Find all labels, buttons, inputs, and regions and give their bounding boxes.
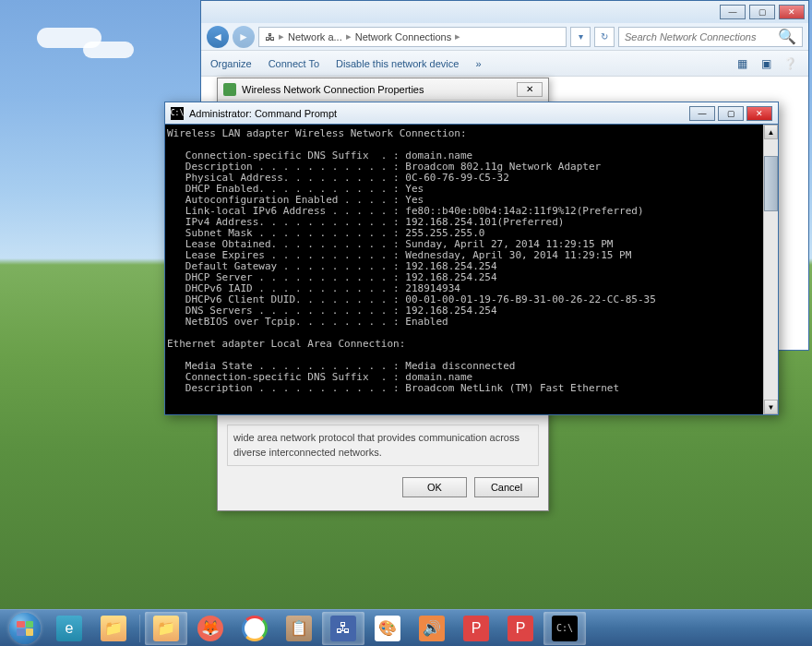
- toolbar-more[interactable]: »: [475, 58, 481, 69]
- scroll-thumb[interactable]: [764, 156, 778, 211]
- minimize-button[interactable]: —: [720, 5, 746, 19]
- taskbar-network[interactable]: 🖧: [322, 612, 364, 645]
- command-prompt-window: C:\ Administrator: Command Prompt — ▢ ✕ …: [164, 102, 779, 415]
- cmd-titlebar[interactable]: C:\ Administrator: Command Prompt — ▢ ✕: [165, 102, 778, 125]
- help-icon[interactable]: ❔: [781, 54, 799, 73]
- taskbar-ppt2[interactable]: P: [499, 612, 542, 645]
- address-bar: ◄ ► 🖧 ▸ Network a... ▸ Network Connectio…: [201, 23, 808, 51]
- maximize-button[interactable]: ▢: [749, 5, 775, 19]
- close-button[interactable]: ✕: [779, 5, 805, 19]
- cmd-title-text: Administrator: Command Prompt: [189, 108, 337, 119]
- refresh-button[interactable]: ↻: [594, 27, 615, 47]
- powerpoint-icon: P: [463, 616, 489, 641]
- scrollbar[interactable]: ▲ ▼: [763, 125, 778, 414]
- taskbar-explorer-active[interactable]: 📁: [145, 612, 187, 645]
- taskbar-paint[interactable]: 🎨: [366, 612, 409, 645]
- back-button[interactable]: ◄: [207, 26, 229, 48]
- toolbar-disable[interactable]: Disable this network device: [336, 58, 459, 69]
- cmd-icon: C:\: [171, 107, 184, 120]
- close-button[interactable]: ✕: [746, 106, 772, 121]
- taskbar-ppt[interactable]: P: [455, 612, 497, 645]
- cmd-output[interactable]: Wireless LAN adapter Wireless Network Co…: [165, 125, 778, 414]
- view-icon[interactable]: ▦: [733, 54, 751, 73]
- close-button[interactable]: ✕: [517, 82, 543, 97]
- taskbar-ie[interactable]: e: [48, 612, 90, 645]
- ie-icon: e: [56, 616, 82, 641]
- taskbar-chrome[interactable]: [233, 612, 276, 645]
- dialog-title: Wireless Network Connection Properties: [242, 84, 424, 95]
- search-box[interactable]: 🔍: [618, 27, 803, 47]
- cmd-icon: C:\: [552, 616, 578, 641]
- chrome-icon: [242, 616, 268, 641]
- maximize-button[interactable]: ▢: [718, 106, 744, 121]
- wireless-icon: [223, 83, 236, 96]
- breadcrumb[interactable]: 🖧 ▸ Network a... ▸ Network Connections ▸: [258, 27, 567, 47]
- folder-icon: 📁: [153, 616, 179, 641]
- taskbar: e 📁 📁 🦊 📋 🖧 🎨 🔊 P P C:\: [0, 609, 812, 646]
- start-button[interactable]: [4, 612, 46, 645]
- paint-icon: 🎨: [375, 616, 400, 641]
- toolbar-organize[interactable]: Organize: [210, 58, 252, 69]
- app-icon: 📋: [286, 616, 312, 641]
- search-input[interactable]: [625, 31, 774, 42]
- protocol-description: wide area network protocol that provides…: [227, 425, 539, 466]
- powerpoint-icon: P: [508, 616, 533, 641]
- explorer-toolbar: Organize Connect To Disable this network…: [201, 51, 808, 77]
- breadcrumb-part[interactable]: Network a...: [288, 31, 342, 42]
- network-icon: 🖧: [265, 31, 275, 42]
- ok-button[interactable]: OK: [402, 477, 467, 497]
- windows-logo-icon: [17, 621, 33, 636]
- preview-icon[interactable]: ▣: [757, 54, 775, 73]
- toolbar-connect[interactable]: Connect To: [269, 58, 319, 69]
- explorer-titlebar[interactable]: — ▢ ✕: [201, 1, 808, 23]
- cancel-button[interactable]: Cancel: [474, 477, 539, 497]
- taskbar-cmd[interactable]: C:\: [543, 612, 586, 645]
- taskbar-app[interactable]: 📋: [278, 612, 320, 645]
- network-icon: 🖧: [330, 616, 356, 641]
- forward-button[interactable]: ►: [233, 26, 255, 48]
- taskbar-explorer[interactable]: 📁: [92, 612, 135, 645]
- firefox-icon: 🦊: [197, 616, 223, 641]
- audio-icon: 🔊: [419, 616, 445, 641]
- scroll-down-button[interactable]: ▼: [764, 400, 778, 414]
- scroll-up-button[interactable]: ▲: [764, 125, 778, 139]
- breadcrumb-part[interactable]: Network Connections: [355, 31, 452, 42]
- taskbar-firefox[interactable]: 🦊: [189, 612, 232, 645]
- folder-icon: 📁: [101, 616, 126, 641]
- taskbar-audio[interactable]: 🔊: [411, 612, 453, 645]
- properties-titlebar[interactable]: Wireless Network Connection Properties ✕: [218, 78, 548, 101]
- dropdown-button[interactable]: ▾: [570, 27, 591, 47]
- minimize-button[interactable]: —: [689, 106, 715, 121]
- search-icon: 🔍: [778, 28, 796, 45]
